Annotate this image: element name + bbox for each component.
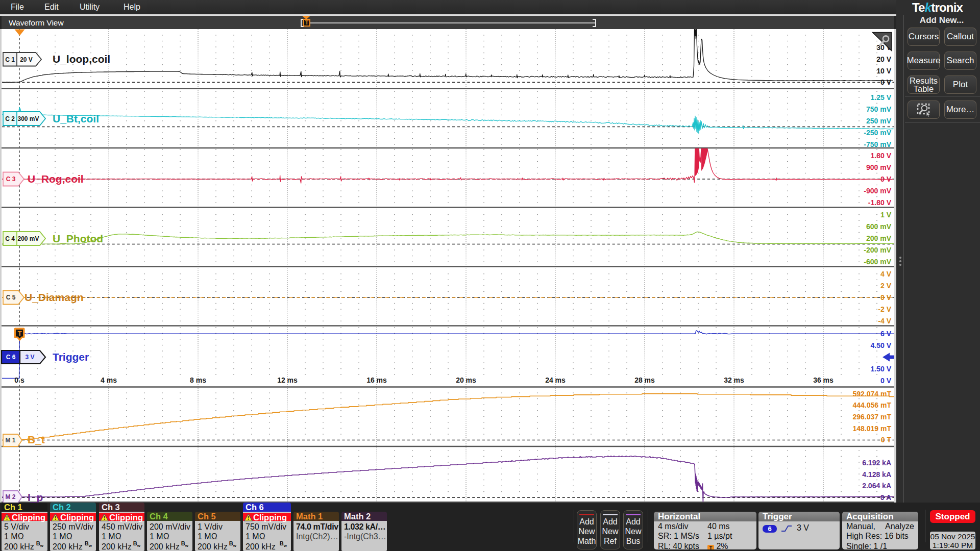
svg-text:0 s: 0 s bbox=[14, 376, 24, 384]
svg-text:3 V: 3 V bbox=[25, 354, 34, 361]
svg-text:900 mV: 900 mV bbox=[866, 163, 892, 171]
svg-text:M 2: M 2 bbox=[5, 493, 15, 500]
svg-text:!: ! bbox=[6, 515, 8, 521]
svg-text:10 V: 10 V bbox=[876, 67, 891, 75]
svg-text:I_p: I_p bbox=[28, 491, 43, 503]
svg-text:C 2: C 2 bbox=[5, 115, 15, 122]
svg-text:8 ms: 8 ms bbox=[190, 376, 206, 384]
svg-text:1.25 V: 1.25 V bbox=[871, 93, 892, 102]
svg-text:C 4: C 4 bbox=[5, 235, 15, 242]
svg-text:M 1: M 1 bbox=[5, 437, 15, 444]
svg-text:0 V: 0 V bbox=[880, 175, 892, 183]
svg-text:148.019 mT: 148.019 mT bbox=[853, 424, 892, 433]
svg-text:C 1: C 1 bbox=[5, 56, 15, 63]
svg-text:2.064 kA: 2.064 kA bbox=[862, 482, 891, 490]
svg-text:-1.80 V: -1.80 V bbox=[868, 198, 892, 207]
svg-text:U_Rog,coil: U_Rog,coil bbox=[28, 173, 84, 185]
svg-text:20 ms: 20 ms bbox=[456, 376, 476, 384]
svg-text:444.056 mT: 444.056 mT bbox=[853, 401, 892, 409]
svg-text:1.80 V: 1.80 V bbox=[871, 152, 892, 160]
svg-text:36 ms: 36 ms bbox=[813, 376, 834, 384]
svg-text:20 V: 20 V bbox=[876, 55, 891, 63]
svg-text:C 3: C 3 bbox=[6, 176, 16, 183]
svg-text:U_Bt,coil: U_Bt,coil bbox=[53, 113, 99, 124]
svg-text:1.50 V: 1.50 V bbox=[871, 365, 892, 373]
svg-text:300 mV: 300 mV bbox=[17, 115, 39, 122]
svg-text:24 ms: 24 ms bbox=[545, 376, 566, 384]
svg-text:-4 V: -4 V bbox=[878, 317, 891, 325]
svg-text:296.037 mT: 296.037 mT bbox=[853, 413, 892, 421]
svg-text:0 V: 0 V bbox=[880, 78, 892, 86]
svg-text:6.192 kA: 6.192 kA bbox=[862, 459, 891, 467]
svg-text:0 A: 0 A bbox=[880, 493, 891, 502]
svg-text:-2 V: -2 V bbox=[878, 305, 891, 313]
svg-text:U_Photod: U_Photod bbox=[53, 233, 103, 244]
svg-text:4.128 kA: 4.128 kA bbox=[862, 470, 891, 479]
svg-text:250 mV: 250 mV bbox=[866, 117, 892, 125]
svg-text:32 ms: 32 ms bbox=[724, 376, 744, 384]
svg-text:C 5: C 5 bbox=[6, 294, 16, 301]
svg-text:4.50 V: 4.50 V bbox=[871, 341, 892, 349]
svg-text:!: ! bbox=[104, 515, 106, 521]
svg-text:20 V: 20 V bbox=[20, 56, 33, 63]
svg-text:T: T bbox=[17, 330, 22, 337]
svg-text:12 ms: 12 ms bbox=[277, 376, 298, 384]
svg-text:!: ! bbox=[248, 515, 250, 521]
svg-text:-200 mV: -200 mV bbox=[864, 246, 891, 254]
svg-text:-900 mV: -900 mV bbox=[864, 187, 891, 195]
svg-text:16 ms: 16 ms bbox=[366, 376, 387, 384]
svg-text:0 V: 0 V bbox=[880, 377, 892, 385]
svg-text:U_Diamagn: U_Diamagn bbox=[24, 291, 84, 303]
svg-text:600 mV: 600 mV bbox=[866, 222, 892, 231]
svg-text:4 ms: 4 ms bbox=[101, 376, 117, 384]
svg-text:200 mV: 200 mV bbox=[866, 234, 892, 242]
svg-text:-600 mV: -600 mV bbox=[864, 258, 891, 266]
svg-text:2 V: 2 V bbox=[880, 282, 892, 290]
svg-text:C 6: C 6 bbox=[6, 354, 16, 361]
svg-text:28 ms: 28 ms bbox=[634, 376, 655, 384]
svg-text:592.074 mT: 592.074 mT bbox=[853, 390, 892, 398]
svg-text:0 T: 0 T bbox=[881, 436, 892, 444]
svg-text:-250 mV: -250 mV bbox=[864, 129, 891, 137]
svg-text:0 V: 0 V bbox=[880, 293, 892, 302]
svg-text:4 V: 4 V bbox=[880, 270, 892, 278]
svg-text:750 mV: 750 mV bbox=[866, 105, 892, 113]
svg-text:!: ! bbox=[55, 515, 57, 521]
svg-text:200 mV: 200 mV bbox=[17, 235, 39, 242]
svg-text:-750 mV: -750 mV bbox=[864, 140, 891, 148]
svg-text:Trigger: Trigger bbox=[53, 351, 89, 363]
svg-text:1 V: 1 V bbox=[880, 211, 892, 219]
svg-text:B_t: B_t bbox=[28, 434, 45, 445]
svg-text:6 V: 6 V bbox=[880, 330, 892, 338]
svg-text:U_loop,coil: U_loop,coil bbox=[53, 53, 110, 65]
